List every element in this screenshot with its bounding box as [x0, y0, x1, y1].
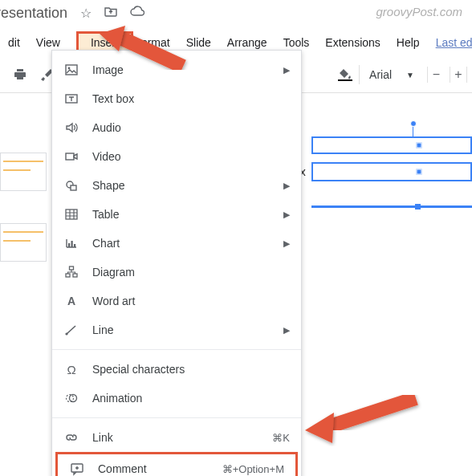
animation-icon [63, 390, 79, 406]
watermark: groovyPost.com [376, 5, 462, 18]
document-title[interactable]: d presentation [0, 5, 67, 22]
svg-rect-8 [68, 243, 70, 247]
font-name: Arial [369, 68, 392, 81]
slide-canvas[interactable]: ox [311, 80, 472, 208]
wordart-icon: A [63, 293, 79, 309]
menu-label: Word art [92, 295, 290, 307]
menu-label: Animation [92, 392, 290, 405]
submenu-arrow-icon: ▶ [283, 325, 290, 336]
svg-rect-6 [71, 185, 76, 190]
selected-textbox[interactable] [311, 136, 472, 154]
thumbnail-1[interactable] [0, 153, 47, 191]
menu-divider [52, 349, 301, 350]
menu-item-video[interactable]: Video [52, 142, 301, 171]
menu-item-diagram[interactable]: Diagram [52, 258, 301, 287]
menu-label: Link [92, 431, 272, 444]
menu-divider [52, 417, 301, 418]
move-icon[interactable] [104, 6, 117, 21]
diagram-icon [63, 264, 79, 280]
insert-dropdown-menu: Image ▶ Text box Audio Video Shape ▶ Tab… [51, 50, 302, 476]
last-edit-link[interactable]: Last edit was sec [428, 31, 472, 54]
menu-item-shape[interactable]: Shape ▶ [52, 171, 301, 200]
special-chars-icon: Ω [63, 361, 79, 377]
svg-point-2 [68, 67, 71, 70]
menu-label: Table [92, 208, 283, 221]
svg-rect-10 [74, 244, 75, 247]
menu-item-wordart[interactable]: A Word art [52, 287, 301, 315]
svg-rect-7 [66, 210, 77, 219]
svg-point-14 [65, 332, 67, 335]
chart-icon [63, 235, 79, 251]
audio-icon [63, 120, 79, 136]
thumbnail-2[interactable] [0, 223, 47, 262]
shape-icon [63, 177, 79, 193]
menu-item-audio[interactable]: Audio [52, 113, 301, 142]
menu-item-special-chars[interactable]: Ω Special characters [52, 355, 301, 384]
svg-rect-9 [71, 241, 73, 247]
menu-label: Video [92, 150, 290, 163]
link-icon [63, 429, 79, 445]
selected-line[interactable] [311, 205, 472, 208]
textbox-icon [63, 91, 79, 107]
menu-extensions[interactable]: Extensions [317, 31, 388, 54]
svg-rect-4 [66, 153, 74, 160]
table-icon [63, 206, 79, 222]
menu-item-comment[interactable]: Comment ⌘+Option+M [58, 454, 295, 476]
menu-item-textbox[interactable]: Text box [52, 84, 301, 113]
line-icon [63, 322, 79, 338]
video-icon [63, 148, 79, 165]
svg-rect-11 [70, 266, 74, 270]
shortcut-text: ⌘K [272, 432, 290, 444]
selected-textbox-2[interactable]: ox [311, 162, 472, 181]
menu-label: Text box [92, 92, 290, 105]
slide-thumbnails [0, 80, 47, 270]
menu-label: Comment [98, 462, 222, 475]
chevron-down-icon: ▼ [406, 71, 414, 79]
svg-rect-12 [66, 274, 70, 277]
svg-rect-13 [73, 274, 77, 277]
menu-edit[interactable]: dit [0, 31, 28, 54]
image-icon [63, 62, 79, 78]
menu-label: Chart [92, 237, 283, 250]
submenu-arrow-icon: ▶ [283, 65, 290, 75]
menu-label: Special characters [92, 363, 290, 376]
annotation-arrow-comment [303, 384, 424, 448]
submenu-arrow-icon: ▶ [283, 210, 290, 220]
menu-label: Line [92, 323, 283, 336]
submenu-arrow-icon: ▶ [283, 238, 290, 249]
comment-icon [69, 461, 85, 476]
menu-item-table[interactable]: Table ▶ [52, 200, 301, 229]
menu-item-chart[interactable]: Chart ▶ [52, 229, 301, 258]
menu-label: Audio [92, 121, 290, 134]
star-icon[interactable]: ☆ [80, 6, 92, 21]
menu-label: Diagram [92, 266, 290, 279]
svg-rect-1 [66, 65, 77, 75]
menu-item-animation[interactable]: Animation [52, 384, 301, 413]
menu-item-line[interactable]: Line ▶ [52, 315, 301, 344]
menu-label: Shape [92, 179, 283, 192]
shortcut-text: ⌘+Option+M [222, 463, 284, 475]
submenu-arrow-icon: ▶ [283, 181, 290, 191]
menu-help[interactable]: Help [389, 31, 428, 54]
annotation-arrow-insert [95, 22, 191, 79]
menu-item-link[interactable]: Link ⌘K [52, 423, 301, 452]
cloud-icon[interactable] [130, 6, 144, 21]
